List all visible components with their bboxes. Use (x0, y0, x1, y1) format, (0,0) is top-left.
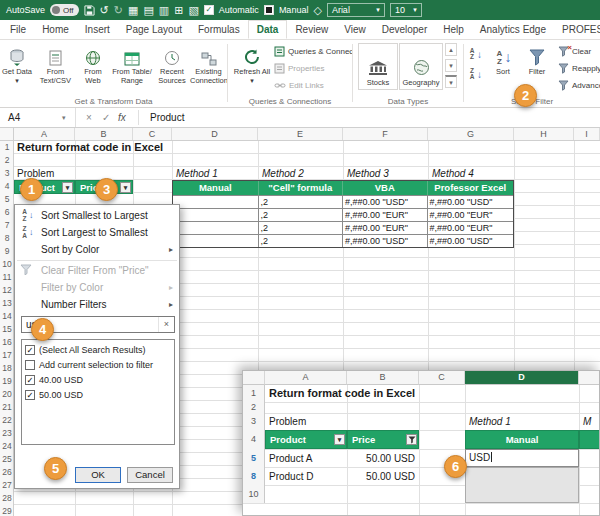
geography-button[interactable]: Geography (399, 43, 443, 90)
sort-descending-button[interactable]: ZA↓ (467, 66, 483, 82)
qat-diamond-icon[interactable]: ◇ (313, 5, 321, 16)
row-header-9[interactable]: 9 (0, 245, 14, 258)
tab-page-layout[interactable]: Page Layout (118, 20, 190, 39)
menu-clear-filter[interactable]: Clear Filter From "Price" (15, 262, 179, 279)
menu-sort-by-color[interactable]: Sort by Color ▸ (15, 241, 179, 258)
undo-icon[interactable]: ↺ (100, 5, 109, 16)
tab-insert[interactable]: Insert (77, 20, 118, 39)
cell-format[interactable]: ,2 (259, 235, 344, 247)
row-header-13[interactable]: 13 (0, 297, 14, 310)
filter-dropdown-icon[interactable]: ▾ (120, 182, 131, 193)
row-header-20[interactable]: 20 (0, 388, 14, 401)
cell-format[interactable]: #,##0.00 "USD" (428, 235, 514, 247)
overlay-product-header[interactable]: Product▾ (265, 430, 347, 449)
save-icon[interactable] (84, 5, 95, 16)
properties-button[interactable]: Properties (274, 63, 324, 74)
row-header-12[interactable]: 12 (0, 284, 14, 297)
filter-applied-icon[interactable] (406, 434, 417, 445)
formula-input[interactable]: Product (150, 108, 184, 127)
cell-format[interactable]: #,##0.00 "USD" (343, 235, 428, 247)
stocks-button[interactable]: Stocks (358, 43, 398, 90)
tab-professor-excel[interactable]: PROFESSOR EX (554, 20, 600, 39)
tab-file[interactable]: File (2, 20, 34, 39)
sort-ascending-button[interactable]: AZ↓ (467, 46, 483, 62)
from-table-range-button[interactable]: From Table/ Range (110, 42, 154, 94)
filter-option[interactable]: (Select All Search Results) (25, 342, 146, 357)
cell-format[interactable]: ,2 (259, 196, 344, 208)
row-header-27[interactable]: 27 (0, 479, 14, 492)
qat-rows-icon[interactable]: ▧ (188, 5, 198, 16)
checkbox-icon[interactable] (25, 345, 35, 355)
checkbox-icon[interactable] (25, 375, 35, 385)
column-header-g[interactable]: G (428, 128, 514, 140)
cancel-icon[interactable]: × (86, 108, 92, 127)
column-header-h[interactable]: H (514, 128, 574, 140)
row-header-28[interactable]: 28 (0, 492, 14, 505)
menu-number-filters[interactable]: Number Filters ▸ (15, 296, 179, 313)
column-header-a[interactable]: A (14, 128, 75, 140)
cell-format[interactable]: #,##0.00 "EUR" (428, 209, 514, 221)
cell-manual[interactable] (173, 235, 259, 247)
column-header-d[interactable]: D (172, 128, 258, 140)
filter-dropdown-icon[interactable]: ▾ (62, 182, 73, 193)
row-header-14[interactable]: 14 (0, 310, 14, 323)
sort-button[interactable]: AZ↓ Sort (488, 42, 518, 94)
edit-links-button[interactable]: Edit Links (274, 80, 324, 91)
menu-sort-largest[interactable]: ZA↓ Sort Largest to Smallest (15, 224, 179, 241)
cell-in-edit-mode[interactable]: USD (465, 449, 579, 467)
tab-review[interactable]: Review (287, 20, 336, 39)
row-header-10[interactable]: 10 (0, 258, 14, 271)
cell-manual[interactable] (173, 222, 259, 234)
recent-sources-button[interactable]: Recent Sources (155, 42, 189, 94)
manual-checkbox[interactable] (264, 5, 274, 15)
gallery-down-icon[interactable]: ▾ (445, 59, 457, 72)
overlay-manual-header[interactable]: Manual (465, 430, 579, 449)
enter-icon[interactable]: ✓ (102, 108, 110, 127)
row-header-8[interactable]: 8 (0, 232, 14, 245)
cell-format[interactable]: ,2 (259, 222, 344, 234)
queries-connections-button[interactable]: Queries & Connections (274, 46, 352, 57)
column-header-e[interactable]: E (258, 128, 343, 140)
row-header-19[interactable]: 19 (0, 375, 14, 388)
checkbox-icon[interactable] (25, 390, 35, 400)
tab-analytics-edge[interactable]: Analytics Edge (472, 20, 554, 39)
overlay-price-header[interactable]: Price (347, 430, 419, 449)
autosave-toggle[interactable]: Off (50, 4, 79, 16)
row-header-23[interactable]: 23 (0, 427, 14, 440)
row-header-25[interactable]: 25 (0, 453, 14, 466)
cell-format[interactable]: #,##0.00 "USD" (343, 196, 428, 208)
row-header-24[interactable]: 24 (0, 440, 14, 453)
ok-button[interactable]: OK (75, 467, 121, 483)
tab-data[interactable]: Data (248, 20, 288, 39)
row-header-4[interactable]: 4 (0, 180, 14, 193)
row-header-29[interactable]: 29 (0, 505, 14, 516)
qat-add-icon[interactable]: ⊞ (174, 5, 183, 16)
row-header-11[interactable]: 11 (0, 271, 14, 284)
row-header-17[interactable]: 17 (0, 349, 14, 362)
reapply-button[interactable]: Reapply (558, 63, 600, 74)
menu-filter-by-color[interactable]: Filter by Color ▸ (15, 279, 179, 296)
from-text-csv-button[interactable]: From Text/CSV (35, 42, 76, 94)
column-header-b[interactable]: B (75, 128, 133, 140)
filter-option[interactable]: 40.00 USD (25, 372, 83, 387)
tab-view[interactable]: View (336, 20, 374, 39)
row-header-18[interactable]: 18 (0, 362, 14, 375)
gallery-up-icon[interactable]: ▴ (445, 43, 457, 56)
row-header-16[interactable]: 16 (0, 336, 14, 349)
font-size-select[interactable]: 10▾ (390, 3, 422, 17)
tab-home[interactable]: Home (34, 20, 77, 39)
row-header-5[interactable]: 5 (0, 193, 14, 206)
column-header-c[interactable]: C (133, 128, 172, 140)
refresh-all-button[interactable]: Refresh All ▾ (232, 42, 272, 94)
cell-format[interactable]: #,##0.00 "EUR" (343, 222, 428, 234)
from-web-button[interactable]: From Web (77, 42, 109, 94)
row-header-22[interactable]: 22 (0, 414, 14, 427)
checkbox-icon[interactable] (25, 360, 35, 370)
existing-connections-button[interactable]: Existing Connections (190, 42, 227, 94)
name-box-arrow-icon[interactable]: ▾ (62, 108, 66, 127)
tab-help[interactable]: Help (435, 20, 472, 39)
fx-icon[interactable]: fx (118, 108, 126, 127)
qat-grid-icon[interactable]: ▦ (128, 5, 138, 16)
tab-developer[interactable]: Developer (374, 20, 436, 39)
cell-format[interactable]: ,2 (259, 209, 344, 221)
